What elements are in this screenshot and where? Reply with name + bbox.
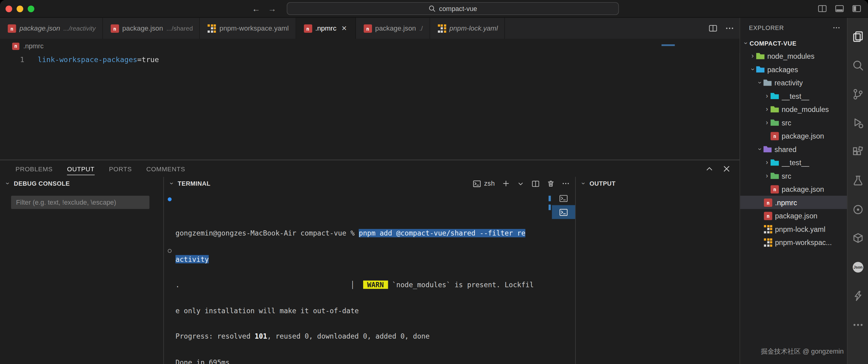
extensions-icon[interactable] bbox=[847, 138, 868, 166]
command-decoration-success-icon bbox=[168, 197, 172, 201]
debug-filter-input[interactable] bbox=[11, 196, 149, 209]
operator-token: = bbox=[137, 55, 142, 64]
tree-item[interactable]: __test__ bbox=[740, 156, 847, 169]
panel-tab[interactable]: PROBLEMS bbox=[16, 162, 53, 175]
tree-chevron-icon bbox=[763, 105, 771, 113]
editor-tab[interactable]: package.json ./ bbox=[356, 18, 430, 39]
terminal-overview-ruler bbox=[548, 190, 552, 364]
terminal-instance-tab-active[interactable] bbox=[552, 205, 575, 219]
search-icon[interactable] bbox=[847, 51, 868, 80]
tab-close-icon[interactable] bbox=[340, 24, 348, 33]
maximize-window-button[interactable] bbox=[28, 5, 34, 12]
split-editor-icon[interactable] bbox=[709, 24, 717, 33]
editor-tab[interactable]: package.json .../reactivity bbox=[0, 18, 103, 39]
thunder-client-icon[interactable] bbox=[847, 282, 868, 310]
tree-item[interactable]: shared bbox=[740, 143, 847, 156]
package-box-icon[interactable] bbox=[847, 224, 868, 253]
panel-tab[interactable]: PORTS bbox=[109, 162, 132, 175]
tree-chevron-icon bbox=[763, 172, 771, 179]
run-and-debug-icon[interactable] bbox=[847, 109, 868, 137]
file-or-folder-icon bbox=[764, 225, 772, 233]
titlebar: ← → compact-vue bbox=[0, 0, 868, 18]
tree-item-label: src bbox=[781, 118, 791, 127]
tree-item-label: reactivity bbox=[775, 78, 803, 87]
tree-item-label: .npmrc bbox=[775, 198, 797, 206]
panel-tab[interactable]: OUTPUT bbox=[67, 162, 95, 175]
source-control-icon[interactable] bbox=[847, 80, 868, 109]
json-extension-icon[interactable]: Json bbox=[847, 253, 868, 282]
tree-item[interactable]: src bbox=[740, 169, 847, 183]
output-title: OUTPUT bbox=[589, 180, 615, 187]
tree-item[interactable]: package.json bbox=[740, 182, 847, 196]
shell-selector[interactable]: zsh bbox=[473, 179, 495, 188]
terminal-line: Progress: resolved 101, reused 0, downlo… bbox=[176, 332, 548, 341]
tree-item[interactable]: node_modules bbox=[740, 103, 847, 116]
tab-directory-hint: .../shared bbox=[166, 25, 193, 32]
minimize-window-button[interactable] bbox=[17, 5, 23, 12]
tree-item[interactable]: pnpm-workspac... bbox=[740, 235, 847, 249]
editor-tabbar: package.json .../reactivity package.json… bbox=[0, 18, 740, 39]
new-terminal-icon[interactable] bbox=[502, 179, 510, 187]
bottom-panel: PROBLEMS OUTPUT PORTS COMMENTS bbox=[0, 160, 740, 364]
command-center-search[interactable]: compact-vue bbox=[287, 2, 619, 15]
panel-tab[interactable]: COMMENTS bbox=[146, 162, 185, 175]
explorer-files-icon[interactable] bbox=[847, 22, 868, 51]
tree-chevron-icon bbox=[763, 159, 771, 166]
file-or-folder-icon bbox=[764, 238, 772, 246]
tree-item-label: pnpm-workspac... bbox=[775, 238, 832, 246]
shell-name: zsh bbox=[484, 179, 495, 187]
tree-item[interactable]: package.json bbox=[740, 129, 847, 143]
editor-tab[interactable]: package.json .../shared bbox=[103, 18, 200, 39]
file-icon bbox=[208, 24, 216, 32]
explorer-more-actions-icon[interactable] bbox=[833, 24, 840, 31]
search-icon bbox=[429, 5, 436, 12]
close-panel-icon[interactable] bbox=[722, 164, 731, 172]
terminal-header[interactable]: TERMINAL zsh bbox=[164, 177, 576, 190]
file-or-folder-icon bbox=[756, 65, 765, 74]
editor-content[interactable]: 1 link-workspace-packages=true bbox=[0, 53, 740, 160]
file-or-folder-icon bbox=[764, 212, 772, 220]
activity-more-icon[interactable] bbox=[847, 310, 868, 339]
output-header[interactable]: OUTPUT bbox=[576, 177, 740, 190]
terminal-more-actions-icon[interactable] bbox=[562, 179, 569, 187]
toggle-panel-icon[interactable] bbox=[835, 4, 844, 13]
debug-console-header[interactable]: DEBUG CONSOLE bbox=[0, 177, 163, 190]
file-icon bbox=[8, 24, 16, 32]
navigate-back-icon[interactable]: ← bbox=[252, 4, 260, 13]
terminal-icon bbox=[559, 194, 568, 202]
maximize-panel-icon[interactable] bbox=[705, 164, 713, 172]
layout-columns-icon[interactable] bbox=[817, 4, 827, 13]
tree-item[interactable]: package.json bbox=[740, 209, 847, 222]
warn-badge: WARN bbox=[363, 280, 388, 289]
tree-item[interactable]: reactivity bbox=[740, 76, 847, 89]
panel-tabrow: PROBLEMS OUTPUT PORTS COMMENTS bbox=[0, 160, 740, 177]
tree-item[interactable]: node_modules bbox=[740, 49, 847, 63]
terminal-output[interactable]: gongzemin@gongzes-MacBook-Air compact-vu… bbox=[164, 190, 548, 364]
file-or-folder-icon bbox=[771, 105, 779, 113]
workspace-section-header[interactable]: COMPACT-VUE bbox=[740, 37, 847, 49]
terminal-dropdown-icon[interactable] bbox=[517, 180, 524, 187]
tree-chevron-icon bbox=[749, 52, 756, 60]
editor-tab[interactable]: pnpm-lock.yaml bbox=[430, 18, 505, 39]
more-actions-icon[interactable] bbox=[725, 24, 734, 33]
editor-tab[interactable]: .npmrc bbox=[296, 18, 356, 39]
tree-item[interactable]: pnpm-lock.yaml bbox=[740, 222, 847, 236]
kill-terminal-trash-icon[interactable] bbox=[547, 179, 555, 187]
tree-item[interactable]: __test__ bbox=[740, 89, 847, 103]
close-window-button[interactable] bbox=[5, 5, 12, 12]
testing-beaker-icon[interactable] bbox=[847, 166, 868, 195]
remote-explorer-icon[interactable] bbox=[847, 195, 868, 224]
breadcrumb[interactable]: .npmrc bbox=[0, 39, 740, 53]
split-terminal-icon[interactable] bbox=[531, 179, 540, 188]
navigate-forward-icon[interactable]: → bbox=[268, 4, 276, 13]
editor-tab[interactable]: pnpm-workspace.yaml bbox=[200, 18, 296, 39]
terminal-instance-tab[interactable] bbox=[552, 191, 575, 205]
ini-key-token: link-workspace-packages bbox=[37, 55, 137, 64]
tab-label: pnpm-workspace.yaml bbox=[220, 25, 289, 32]
tree-item[interactable]: .npmrc bbox=[740, 196, 847, 209]
tree-item[interactable]: packages bbox=[740, 63, 847, 76]
file-or-folder-icon bbox=[771, 118, 779, 127]
toggle-sidebar-icon[interactable] bbox=[852, 4, 861, 13]
watermark-credit: 掘金技术社区 @ gongzemin bbox=[761, 347, 843, 357]
tree-item[interactable]: src bbox=[740, 116, 847, 130]
